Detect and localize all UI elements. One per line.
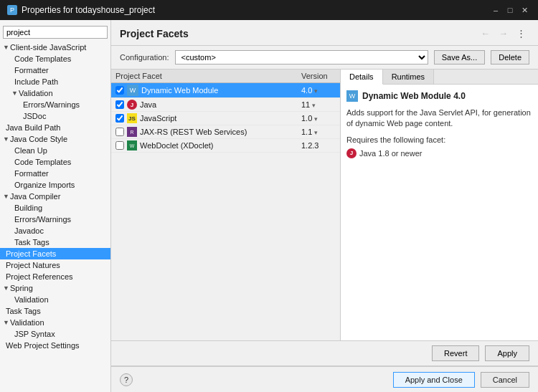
dw-module-icon: W [127,85,138,96]
facet-checkbox-webdoclet[interactable] [115,141,124,150]
chevron-down-icon: ▼ [3,135,10,143]
details-facet-title: Dynamic Web Module 4.0 [362,91,466,101]
version-dropdown-arrow: ▾ [314,87,318,95]
details-panel: Details Runtimes W Dynamic Web Module 4.… [341,70,538,340]
details-content: W Dynamic Web Module 4.0 Adds support fo… [341,85,538,340]
facet-checkbox-jaxrs[interactable] [115,128,124,136]
chevron-down-icon: ▼ [3,285,10,292]
title-bar-icon: P [7,5,17,15]
web-icon: W [127,140,137,150]
sidebar-item-javadoc[interactable]: Javadoc [0,225,110,236]
chevron-down-icon: ▼ [11,90,19,97]
main-content: ▼ Client-side JavaScript Code Templates … [0,20,538,392]
delete-button[interactable]: Delete [491,50,529,64]
sidebar-item-include-path[interactable]: Include Path [0,76,110,87]
help-button[interactable]: ? [120,373,133,386]
java-icon: J [127,100,137,110]
chevron-down-icon: ▼ [3,193,10,200]
title-bar-controls: – □ ✕ [489,4,531,16]
facet-cell: J Java [111,98,297,112]
close-button[interactable]: ✕ [518,4,531,16]
facets-area: Project Facet Version W Dynamic Web Modu… [111,70,538,341]
version-dropdown-arrow: ▾ [312,102,316,109]
menu-button[interactable]: ⋮ [513,26,529,41]
revert-button[interactable]: Revert [432,345,479,361]
config-select[interactable]: <custom> [175,50,428,64]
details-dw-icon: W [346,90,358,102]
sidebar-item-code-templates2[interactable]: Code Templates [0,156,110,168]
facet-name: Java [140,100,156,109]
col-project-facet: Project Facet [111,70,297,83]
sidebar-item-java-build-path[interactable]: Java Build Path [0,122,110,133]
version-cell: 1.0 ▾ [297,112,340,125]
sidebar-item-validation2[interactable]: ▼ Validation [0,317,110,328]
tab-runtimes[interactable]: Runtimes [383,70,434,84]
minimize-button[interactable]: – [489,4,502,16]
sidebar-item-jsp-syntax[interactable]: JSP Syntax [0,328,110,340]
sidebar-item-building[interactable]: Building [0,202,110,214]
java-req-label: Java 1.8 or newer [359,149,422,158]
facets-table: Project Facet Version W Dynamic Web Modu… [111,70,340,153]
js-icon: JS [127,113,137,123]
sidebar-search-input[interactable] [3,26,108,39]
save-as-button[interactable]: Save As... [434,50,486,64]
rest-icon: R [127,127,137,137]
panel-title: Project Facets [120,28,189,39]
facet-cell: W Dynamic Web Module [111,83,297,98]
sidebar-item-java-compiler[interactable]: ▼ Java Compiler [0,191,110,202]
sidebar-item-project-natures[interactable]: Project Natures [0,259,110,271]
chevron-down-icon: ▼ [3,44,10,51]
facet-checkbox-js[interactable] [115,114,124,123]
sidebar-item-errors-warnings2[interactable]: Errors/Warnings [0,214,110,225]
apply-panel-button[interactable]: Apply [485,345,529,361]
table-row[interactable]: JS JavaScript 1.0 ▾ [111,112,340,125]
facet-name: JAX-RS (REST Web Services) [140,128,247,136]
facet-cell: R JAX-RS (REST Web Services) [111,125,297,139]
facet-checkbox-java[interactable] [115,100,124,109]
facet-cell: JS JavaScript [111,112,297,125]
details-header-row: W Dynamic Web Module 4.0 [346,90,532,102]
sidebar-item-organize-imports[interactable]: Organize Imports [0,179,110,191]
table-row[interactable]: J Java 11 ▾ [111,98,340,112]
sidebar-item-formatter2[interactable]: Formatter [0,168,110,179]
back-button[interactable]: ← [477,26,494,41]
sidebar-item-clean-up[interactable]: Clean Up [0,145,110,156]
apply-and-close-button[interactable]: Apply and Close [393,372,475,388]
facet-cell: W WebDoclet (XDoclet) [111,139,297,153]
table-row[interactable]: R JAX-RS (REST Web Services) 1.1 ▾ [111,125,340,139]
title-bar-title: Properties for todayshouse_project [22,5,155,15]
facets-table-area: Project Facet Version W Dynamic Web Modu… [111,70,341,340]
config-row: Configuration: <custom> Save As... Delet… [111,46,538,70]
sidebar-item-task-tags2[interactable]: Task Tags [0,305,110,317]
maximize-button[interactable]: □ [504,4,516,16]
sidebar-item-validation[interactable]: ▼ Validation [0,87,110,99]
sidebar-item-project-references[interactable]: Project References [0,271,110,282]
forward-button[interactable]: → [495,26,511,41]
col-version: Version [297,70,340,83]
sidebar-item-task-tags[interactable]: Task Tags [0,236,110,248]
facet-checkbox-dw[interactable] [115,86,124,95]
title-bar: P Properties for todayshouse_project – □… [0,0,538,20]
sidebar-item-jsdoc[interactable]: JSDoc [0,110,110,122]
cancel-button[interactable]: Cancel [481,372,529,388]
chevron-down-icon: ▼ [3,319,10,326]
sidebar-item-client-side-js[interactable]: ▼ Client-side JavaScript [0,42,110,53]
sidebar-item-project-facets[interactable]: Project Facets [0,248,110,259]
facet-name: Dynamic Web Module [141,86,218,95]
version-dropdown-arrow: ▾ [314,115,318,123]
table-row[interactable]: W WebDoclet (XDoclet) 1.2.3 [111,139,340,153]
details-requirement-item: J Java 1.8 or newer [346,147,532,160]
sidebar: ▼ Client-side JavaScript Code Templates … [0,20,111,392]
sidebar-item-code-templates[interactable]: Code Templates [0,53,110,64]
tab-details[interactable]: Details [341,70,383,85]
sidebar-item-errors-warnings[interactable]: Errors/Warnings [0,99,110,110]
table-row[interactable]: W Dynamic Web Module 4.0 ▾ [111,83,340,98]
sidebar-item-formatter[interactable]: Formatter [0,64,110,76]
sidebar-item-spring-validation[interactable]: Validation [0,294,110,305]
sidebar-item-java-code-style[interactable]: ▼ Java Code Style [0,133,110,145]
sidebar-item-spring[interactable]: ▼ Spring [0,282,110,294]
version-cell: 1.1 ▾ [297,125,340,139]
bottom-buttons: Revert Apply [111,341,538,366]
sidebar-item-web-project-settings[interactable]: Web Project Settings [0,340,110,351]
config-label: Configuration: [120,53,169,62]
